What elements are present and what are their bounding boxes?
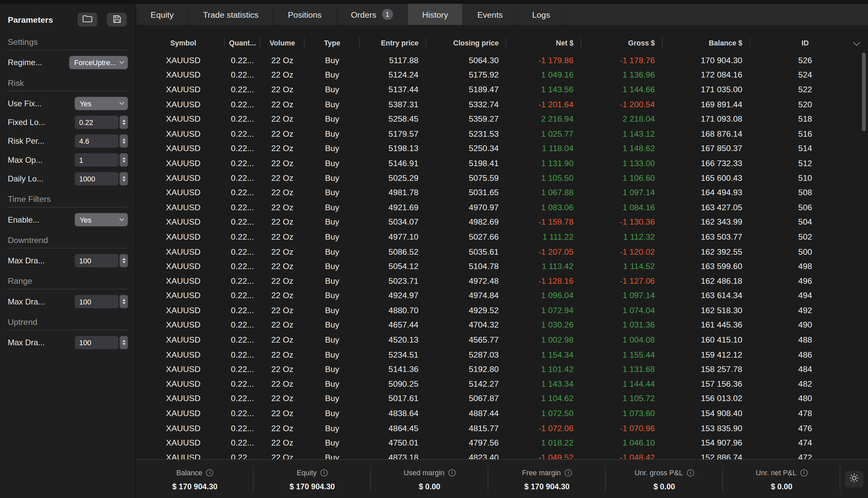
- table-row[interactable]: XAUUSD0.22...22 OzBuy4864.454815.77-1 07…: [142, 420, 868, 435]
- stepper-arrows[interactable]: [120, 134, 128, 148]
- table-row[interactable]: XAUUSD0.22...22 OzBuy4750.014797.561 018…: [142, 435, 868, 450]
- cell-symbol: XAUUSD: [142, 114, 225, 123]
- cell-net: 2 216.94: [507, 114, 581, 123]
- cell-quant: 0.22...: [225, 114, 260, 123]
- stepper-arrows[interactable]: [120, 295, 128, 308]
- cell-id: 518: [750, 114, 860, 123]
- table-row[interactable]: XAUUSD0.22...22 OzBuy5258.455359.272 216…: [142, 111, 868, 126]
- table-row[interactable]: XAUUSD0.22...22 OzBuy5387.315332.74-1 20…: [142, 96, 868, 111]
- stepper-arrows[interactable]: [120, 254, 128, 267]
- open-parameters-button[interactable]: [78, 13, 98, 26]
- table-row[interactable]: XAUUSD0.22...22 OzBuy5025.295075.591 105…: [142, 170, 868, 185]
- cell-entry-price: 4838.64: [360, 408, 426, 418]
- tab-label: Orders: [351, 10, 376, 19]
- dropdown-use-fix[interactable]: Yes: [75, 97, 128, 110]
- settings-gear-button[interactable]: [845, 471, 863, 487]
- tab-positions[interactable]: Positions: [273, 4, 337, 25]
- cell-balance: 168 876.14: [663, 129, 750, 138]
- stepper-max-dra[interactable]: 100: [75, 295, 128, 308]
- stepper-arrows[interactable]: [120, 154, 128, 167]
- vertical-scrollbar-thumb[interactable]: [862, 52, 866, 131]
- tab-history[interactable]: History: [408, 4, 463, 25]
- cell-net: 1 154.34: [507, 350, 581, 359]
- table-row[interactable]: XAUUSD0.22...22 OzBuy5124.245175.921 049…: [142, 67, 868, 82]
- stepper-arrows[interactable]: [120, 336, 128, 349]
- cell-id: 520: [750, 99, 860, 109]
- table-row[interactable]: XAUUSD0.22...22 OzBuy5054.125104.781 113…: [142, 259, 868, 273]
- param-row-use-fix: Use Fix...Yes: [0, 94, 136, 113]
- cell-closing-price: 5035.61: [426, 247, 507, 256]
- sidebar-sections: SettingsRegime...ForceUptre...RiskUse Fi…: [0, 31, 136, 352]
- cell-symbol: XAUUSD: [142, 350, 225, 359]
- cell-quant: 0.22...: [225, 379, 260, 388]
- tab-equity[interactable]: Equity: [136, 4, 189, 25]
- table-row[interactable]: XAUUSD0.22...22 OzBuy5017.615067.871 104…: [142, 391, 868, 406]
- save-parameters-button[interactable]: [107, 13, 127, 26]
- column-header-net[interactable]: Net $: [507, 38, 581, 47]
- stepper-max-dra[interactable]: 100: [75, 254, 128, 267]
- stepper-arrows[interactable]: [120, 116, 128, 129]
- cell-volume: 22 Oz: [260, 129, 304, 138]
- tab-orders[interactable]: Orders1: [336, 4, 407, 25]
- column-header-symbol[interactable]: Symbol: [142, 38, 225, 47]
- table-row[interactable]: XAUUSD0.22...22 OzBuy5141.365192.801 101…: [142, 362, 868, 376]
- column-header-volume[interactable]: Volume: [260, 38, 304, 47]
- dropdown-regime[interactable]: ForceUptre...: [69, 56, 128, 69]
- table-row[interactable]: XAUUSD0.22...22 OzBuy5034.074982.69-1 15…: [142, 214, 868, 229]
- column-header-entry-price[interactable]: Entry price: [360, 38, 426, 47]
- info-icon[interactable]: [565, 469, 572, 476]
- info-icon[interactable]: [321, 469, 328, 476]
- table-row[interactable]: XAUUSD0.22...22 OzBuy4873.184823.40-1 04…: [142, 450, 868, 459]
- stepper-risk-per[interactable]: 4.6: [75, 134, 128, 148]
- dropdown-enable[interactable]: Yes: [75, 213, 128, 226]
- stepper-max-dra[interactable]: 100: [75, 336, 128, 349]
- cell-net: 1 143.34: [507, 379, 581, 388]
- cell-closing-price: 5189.47: [426, 84, 507, 94]
- tab-events[interactable]: Events: [463, 4, 518, 25]
- table-row[interactable]: XAUUSD0.22...22 OzBuy4921.694970.971 083…: [142, 200, 868, 214]
- table-row[interactable]: XAUUSD0.22...22 OzBuy5117.885064.30-1 17…: [142, 52, 868, 67]
- stepper-arrows[interactable]: [120, 172, 128, 185]
- table-row[interactable]: XAUUSD0.22...22 OzBuy5023.714972.48-1 12…: [142, 273, 868, 288]
- cell-net: 1 025.77: [507, 129, 581, 138]
- cell-entry-price: 5258.45: [360, 114, 426, 123]
- table-row[interactable]: XAUUSD0.22...22 OzBuy5090.255142.271 143…: [142, 376, 868, 391]
- table-row[interactable]: XAUUSD0.22...22 OzBuy5137.445189.471 143…: [142, 82, 868, 96]
- info-icon[interactable]: [687, 469, 694, 476]
- column-header-gross[interactable]: Gross $: [581, 38, 662, 47]
- table-row[interactable]: XAUUSD0.22...22 OzBuy5086.525035.61-1 20…: [142, 244, 868, 259]
- param-label: Max Dra...: [8, 297, 45, 306]
- column-header-balance[interactable]: Balance $: [663, 38, 750, 47]
- table-row[interactable]: XAUUSD0.22...22 OzBuy5198.135250.341 118…: [142, 141, 868, 155]
- table-row[interactable]: XAUUSD0.22...22 OzBuy4838.644887.441 072…: [142, 406, 868, 420]
- stepper-fixed-lo[interactable]: 0.22: [75, 116, 128, 129]
- stepper-max-op[interactable]: 1: [75, 154, 128, 167]
- table-row[interactable]: XAUUSD0.22...22 OzBuy4880.704929.521 072…: [142, 303, 868, 317]
- cell-net: 1 072.94: [507, 305, 581, 315]
- column-header-closing-price[interactable]: Closing price: [426, 38, 507, 47]
- column-header-type[interactable]: Type: [305, 38, 360, 47]
- stepper-daily-lo[interactable]: 1000: [75, 172, 128, 185]
- table-row[interactable]: XAUUSD0.22...22 OzBuy5146.915198.411 131…: [142, 155, 868, 170]
- info-icon[interactable]: [801, 469, 808, 476]
- tab-trade-statistics[interactable]: Trade statistics: [189, 4, 273, 25]
- cell-closing-price: 4565.77: [426, 335, 507, 344]
- table-row[interactable]: XAUUSD0.22...22 OzBuy4981.785031.651 067…: [142, 185, 868, 200]
- column-header-quant[interactable]: Quant...: [225, 38, 260, 47]
- cell-volume: 22 Oz: [260, 394, 304, 403]
- cell-symbol: XAUUSD: [142, 261, 225, 271]
- table-row[interactable]: XAUUSD0.22...22 OzBuy4924.974974.841 096…: [142, 288, 868, 303]
- table-row[interactable]: XAUUSD0.22...22 OzBuy4977.105027.661 111…: [142, 229, 868, 244]
- cell-entry-price: 4981.78: [360, 187, 426, 197]
- cell-closing-price: 5250.34: [426, 143, 507, 153]
- tab-logs[interactable]: Logs: [518, 4, 565, 25]
- table-row[interactable]: XAUUSD0.22...22 OzBuy4657.444704.321 030…: [142, 317, 868, 332]
- table-row[interactable]: XAUUSD0.22...22 OzBuy5179.575231.531 025…: [142, 126, 868, 141]
- sidebar-title: Parameters: [8, 15, 53, 24]
- info-icon[interactable]: [449, 469, 456, 476]
- info-icon[interactable]: [206, 469, 213, 476]
- table-row[interactable]: XAUUSD0.22...22 OzBuy4520.134565.771 002…: [142, 332, 868, 347]
- table-row[interactable]: XAUUSD0.22...22 OzBuy5234.515287.031 154…: [142, 347, 868, 362]
- cell-net: 1 002.98: [507, 335, 581, 344]
- column-header-id[interactable]: ID: [750, 38, 860, 47]
